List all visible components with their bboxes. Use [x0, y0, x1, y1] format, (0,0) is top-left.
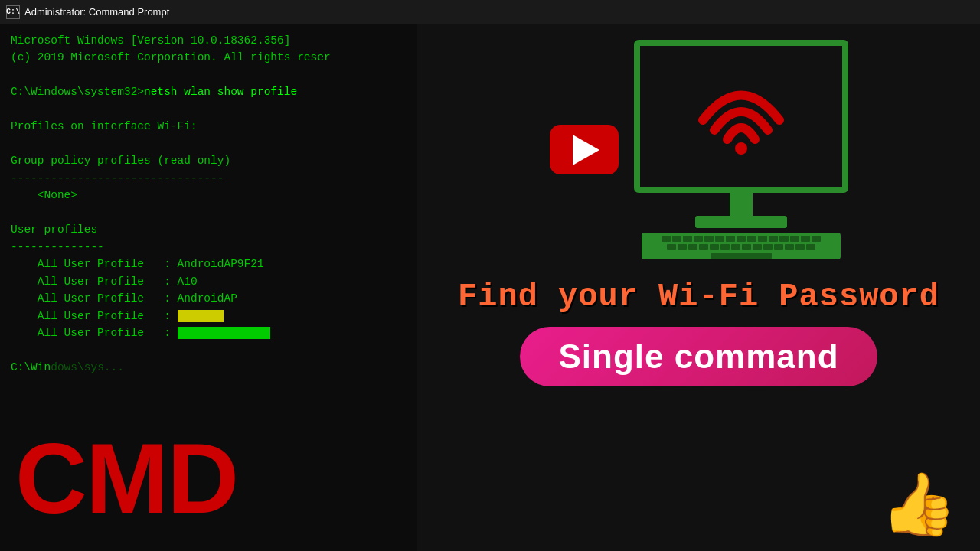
- thumbs-up-icon: 👍: [880, 468, 957, 543]
- monitor-neck: [730, 193, 753, 216]
- youtube-logo: [550, 125, 619, 174]
- cmd-prompt-1: C:\Windows\system32>netsh wlan show prof…: [11, 83, 407, 100]
- cmd-blank-4: [11, 204, 407, 221]
- cmd-overlay-text: CMD: [15, 429, 237, 528]
- window-title: Administrator: Command Prompt: [24, 6, 169, 18]
- cmd-blank-3: [11, 135, 407, 152]
- monitor-keyboard: [642, 233, 841, 259]
- play-icon: [573, 135, 599, 165]
- cmd-icon: C:\: [6, 5, 20, 19]
- cmd-none: <None>: [11, 187, 407, 204]
- cmd-profile-1: All User Profile : AndroidAP9F21: [11, 256, 407, 272]
- cmd-group-policy: Group policy profiles (read only): [11, 152, 407, 169]
- cmd-profile-3: All User Profile : AndroidAP: [11, 290, 407, 307]
- find-wifi-heading: Find your Wi-Fi Password: [458, 279, 939, 315]
- cmd-blank-2: [11, 101, 407, 118]
- cmd-divider-2: --------------: [11, 239, 407, 256]
- wifi-icon: [695, 78, 787, 155]
- cmd-blank-5: [11, 341, 407, 358]
- cmd-profile-4: All User Profile :: [11, 308, 407, 324]
- title-bar: C:\ Administrator: Command Prompt: [0, 0, 980, 24]
- single-command-text: Single command: [558, 337, 838, 375]
- cmd-panel: Microsoft Windows [Version 10.0.18362.35…: [0, 24, 417, 551]
- cmd-blank-1: [11, 67, 407, 83]
- monitor-screen: [634, 40, 848, 193]
- right-top-section: [417, 40, 980, 259]
- monitor-graphic: [634, 40, 848, 259]
- single-command-banner: Single command: [520, 327, 877, 386]
- monitor-foot: [695, 216, 787, 228]
- right-panel: Find your Wi-Fi Password Single command …: [417, 24, 980, 551]
- cmd-line-1: Microsoft Windows [Version 10.0.18362.35…: [11, 32, 407, 49]
- cmd-divider-1: --------------------------------: [11, 170, 407, 187]
- cmd-user-profiles: User profiles: [11, 221, 407, 238]
- cmd-profile-2: All User Profile : A10: [11, 273, 407, 290]
- svg-point-0: [735, 142, 747, 155]
- cmd-profile-5: All User Profile :: [11, 324, 407, 341]
- cmd-prompt-2: C:\Windows\sys...: [11, 359, 407, 376]
- cmd-line-2: (c) 2019 Microsoft Corporation. All righ…: [11, 49, 407, 66]
- cmd-profiles-interface: Profiles on interface Wi-Fi:: [11, 118, 407, 135]
